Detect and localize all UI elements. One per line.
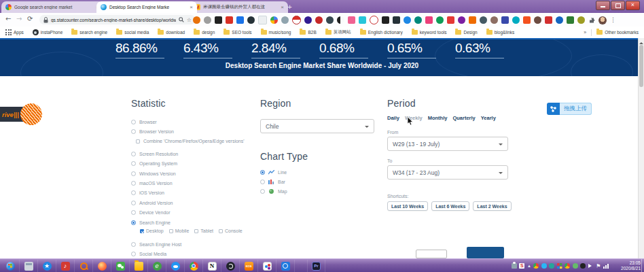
extension-icon[interactable] [326, 16, 334, 24]
bookmark-folder[interactable]: English dictionary [360, 30, 403, 35]
radio-icon[interactable] [131, 201, 136, 205]
address-bar[interactable]: gs.statcounter.com/search-engine-market-… [39, 15, 196, 24]
tab-mail[interactable]: 米课圈最会赚钱的外贸人都在这 [190, 1, 288, 13]
extension-icon[interactable] [567, 16, 574, 24]
radio-icon[interactable] [131, 152, 136, 156]
extension-icon[interactable] [490, 16, 498, 24]
scroll-up-arrow[interactable] [639, 40, 643, 44]
chart-type-option-bar[interactable]: Bar [260, 177, 376, 186]
last-2-weeks-button[interactable]: Last 2 Weeks [473, 201, 511, 211]
radio-icon[interactable] [131, 129, 136, 134]
extension-icon[interactable] [281, 16, 289, 24]
back-icon[interactable]: ← [5, 15, 11, 22]
extension-icon[interactable] [348, 16, 355, 24]
extension-icon[interactable] [469, 16, 476, 24]
tray-chrome-icon[interactable] [533, 263, 539, 269]
tray-qq-icon[interactable] [580, 263, 586, 269]
reload-icon[interactable]: ⟳ [27, 15, 33, 22]
combine-versions-option[interactable]: Combine 'Chrome/Firefox/Opera/Edge versi… [131, 137, 257, 146]
tray-network-icon[interactable] [603, 263, 609, 269]
other-bookmarks[interactable]: Other bookmarks [596, 30, 639, 35]
obs-app[interactable] [221, 260, 240, 272]
last-10-weeks-button[interactable]: Last 10 Weeks [387, 201, 428, 211]
extension-icon[interactable] [393, 16, 400, 24]
drag-upload-button[interactable]: 拖拽上传 [547, 103, 592, 115]
statistic-option[interactable]: Windows Version [131, 169, 257, 178]
wechat-app[interactable] [111, 260, 130, 272]
checkbox-icon[interactable] [136, 139, 140, 143]
extension-icon[interactable] [523, 16, 531, 24]
tray-photo-icon[interactable] [512, 263, 517, 269]
statistic-option[interactable]: Android Version [131, 198, 257, 207]
radio-icon[interactable] [131, 181, 136, 186]
bookmark-folder[interactable]: SEO tools [223, 30, 251, 35]
checkbox-checked-icon[interactable] [140, 229, 144, 233]
radio-icon[interactable] [131, 161, 136, 166]
device-option-tablet[interactable]: Tablet [194, 228, 213, 233]
region-select[interactable]: Chile [260, 119, 374, 133]
green-browser-app[interactable] [148, 260, 166, 272]
from-select[interactable]: W29 (13 - 19 July) [387, 137, 508, 151]
bookmark-folder[interactable]: keyword tools [412, 30, 447, 35]
extension-icon[interactable] [337, 16, 344, 24]
chart-type-option-line[interactable]: Line [260, 167, 376, 177]
bookmark-folder[interactable]: music/song [261, 30, 291, 35]
new-tab-button[interactable] [285, 3, 294, 12]
extension-icon[interactable] [236, 16, 244, 24]
bookmark-apps[interactable]: Apps [5, 29, 24, 35]
extension-icon[interactable] [193, 16, 200, 24]
radio-icon[interactable] [131, 252, 136, 256]
extension-icon[interactable] [414, 16, 422, 24]
device-option-desktop[interactable]: Desktop [140, 228, 164, 233]
statistic-option[interactable]: Device Vendor [131, 208, 257, 218]
page-scrollbar[interactable] [638, 38, 644, 258]
extension-icon[interactable] [247, 16, 255, 24]
checkbox-icon[interactable] [219, 229, 223, 233]
extension-icon[interactable] [292, 16, 301, 24]
start-button[interactable] [1, 260, 20, 272]
tray-sogou-icon[interactable]: S [519, 263, 524, 269]
search-tool-app[interactable] [75, 260, 93, 272]
molecule-app[interactable] [258, 260, 276, 272]
chrome-app[interactable] [185, 260, 203, 272]
radio-icon[interactable] [260, 180, 265, 184]
scrollbar-thumb[interactable] [639, 45, 643, 87]
bookmark-folder[interactable]: search engine [71, 30, 107, 35]
statistic-option[interactable]: Screen Resolution [131, 149, 257, 158]
close-tab-icon[interactable] [190, 5, 193, 10]
tab-google-search[interactable]: Google search engine market [1, 1, 103, 13]
checkbox-icon[interactable] [169, 229, 173, 233]
extension-icon[interactable] [204, 16, 211, 24]
extension-icon[interactable] [425, 16, 433, 24]
extensions-puzzle-icon[interactable] [588, 17, 595, 24]
profile-avatar[interactable] [598, 16, 607, 24]
statistic-option[interactable]: Social Media [131, 250, 257, 259]
tray-volume-icon[interactable] [588, 264, 594, 268]
bookmark-item[interactable]: instaPhone [33, 29, 63, 35]
show-desktop-button[interactable] [641, 259, 644, 272]
video-app[interactable] [276, 260, 295, 272]
statistic-option[interactable]: Search Engine Host [131, 239, 257, 249]
calculator-app[interactable] [20, 260, 38, 272]
close-window-button[interactable] [626, 1, 640, 10]
bookmark-folder[interactable]: blog&links [486, 30, 515, 35]
period-tab-yearly[interactable]: Yearly [481, 115, 496, 121]
statistic-option[interactable]: macOS Version [131, 178, 257, 188]
notion-app[interactable] [203, 260, 221, 272]
netease-music-app[interactable] [56, 260, 75, 272]
minimize-button[interactable] [596, 1, 610, 10]
bookmark-star-icon[interactable]: ☆ [187, 17, 192, 23]
drive-ad-sphere-icon[interactable] [20, 103, 42, 125]
period-tab-daily[interactable]: Daily [387, 115, 399, 121]
radio-selected-icon[interactable] [131, 220, 136, 225]
statistic-option-selected[interactable]: Search Engine [131, 218, 257, 227]
radio-icon[interactable] [131, 242, 136, 247]
bookmarks-overflow-icon[interactable]: » [584, 30, 586, 35]
device-option-console[interactable]: Console [219, 228, 243, 233]
extension-icon[interactable] [359, 16, 366, 24]
extension-icon[interactable] [447, 16, 454, 24]
extension-icon[interactable] [304, 16, 312, 24]
extension-icon[interactable] [480, 16, 487, 24]
extension-icon[interactable] [226, 16, 233, 24]
statistic-option[interactable]: iOS Version [131, 188, 257, 198]
